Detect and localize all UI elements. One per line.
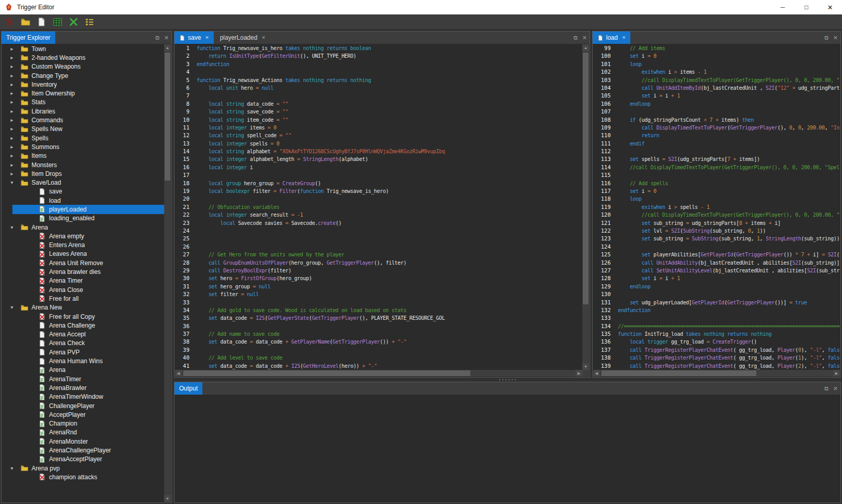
code-line[interactable]: local boolexpr filter = Filter(function … [197, 187, 582, 195]
code-line[interactable]: call TriggerRegisterPlayerChatEvent( gg_… [618, 346, 840, 354]
code-line[interactable] [197, 171, 582, 179]
tree-item-monsters[interactable]: ▸Monsters [2, 160, 164, 169]
chevron-collapsed-icon[interactable]: ▸ [3, 109, 21, 114]
code-line[interactable] [618, 108, 840, 116]
tree-item-arena-challenge[interactable]: Arena Challenge [2, 321, 164, 330]
tree-item-champion-attacks[interactable]: champion attacks [2, 473, 164, 481]
code-line[interactable]: set i = i + 1 [618, 274, 840, 282]
code-line[interactable]: //call DisplayTimedTextToPlayer(GetTrigg… [618, 76, 840, 84]
chevron-expanded-icon[interactable]: ▾ [3, 225, 21, 230]
trigger-list-icon[interactable] [83, 16, 96, 28]
code-line[interactable] [197, 68, 582, 76]
code-line[interactable]: endif [618, 140, 840, 148]
code-line[interactable] [197, 195, 582, 203]
close-panel-icon[interactable]: ✕ [833, 35, 838, 41]
code-line[interactable]: endloop [618, 100, 840, 108]
tree-item-acceptplayer[interactable]: AcceptPlayer [2, 410, 164, 419]
float-panel-icon[interactable]: ⧉ [155, 35, 160, 41]
trigger-explorer-title-tab[interactable]: Trigger Explorer [2, 31, 55, 44]
tree-item-arena-pvp[interactable]: ▾Arena pvp [2, 464, 164, 473]
tree-item-item-drops[interactable]: ▸Item Drops [2, 169, 164, 178]
tab-save[interactable]: save✕ [174, 31, 214, 44]
tree-item-free-for-all[interactable]: Free for all [2, 294, 164, 303]
tree-item-spells[interactable]: ▸Spells [2, 134, 164, 142]
chevron-collapsed-icon[interactable]: ▸ [3, 73, 21, 78]
code-line[interactable]: if (udg_stringPartsCount < 7 + items) th… [618, 116, 840, 124]
chevron-collapsed-icon[interactable]: ▸ [3, 55, 21, 60]
code-line[interactable]: return IsUnitType(GetFilterUnit(), UNIT_… [197, 52, 582, 60]
editor-horizontal-scrollbar[interactable]: ◀ ▶ [593, 370, 840, 377]
open-folder-icon[interactable] [19, 16, 31, 28]
scrollbar-thumb[interactable] [165, 53, 170, 181]
code-line[interactable] [197, 227, 582, 235]
code-editor-save[interactable]: 1234567891011121314151617181920212223242… [175, 44, 582, 370]
float-panel-icon[interactable]: ⧉ [824, 35, 829, 41]
chevron-collapsed-icon[interactable]: ▸ [3, 126, 21, 132]
close-panel-icon[interactable]: ✕ [833, 386, 838, 392]
code-line[interactable] [618, 290, 840, 298]
tree-item-loading-enabled[interactable]: loading_enabled [2, 214, 164, 223]
code-editor-load[interactable]: 9910010110210310410510610710810911011111… [593, 44, 840, 370]
code-line[interactable]: local unit hero = null [197, 84, 582, 92]
tesh-logo-icon[interactable]: S [3, 16, 15, 28]
code-line[interactable]: function InitTrig_load takes nothing ret… [618, 330, 840, 338]
code-line[interactable]: local integer alphabet_length = StringLe… [197, 155, 582, 163]
code-line[interactable] [197, 243, 582, 251]
code-line[interactable] [618, 171, 840, 179]
close-panel-icon[interactable]: ✕ [164, 35, 169, 41]
scroll-left-icon[interactable]: ◀ [175, 370, 182, 377]
code-line[interactable]: set udg_playerLoaded[GetPlayerId(GetTrig… [618, 299, 840, 306]
code-line[interactable]: endfunction [197, 60, 582, 68]
tree-item-champion[interactable]: Champion [2, 419, 164, 428]
close-icon[interactable]: ✕ [818, 0, 842, 14]
tree-item-stats[interactable]: ▸Stats [2, 98, 164, 107]
tree-item-arenatimer[interactable]: ArenaTimer [2, 375, 164, 383]
tree-item-save-load[interactable]: ▾Save/Load [2, 178, 164, 187]
code-line[interactable]: set hero_group = null [197, 283, 582, 290]
code-line[interactable] [197, 235, 582, 242]
tree-scrollbar[interactable]: ▲ ▼ [164, 44, 171, 502]
tree-item-arena-accept[interactable]: Arena Accept [2, 330, 164, 339]
code-line[interactable]: local trigger gg_trg_load = CreateTrigge… [618, 338, 840, 346]
chevron-expanded-icon[interactable]: ▾ [3, 466, 21, 471]
code-line[interactable]: set filter = null [197, 290, 582, 298]
tree-item-free-for-all-copy[interactable]: Free for all Copy [2, 312, 164, 321]
code-line[interactable]: call UnitAddItemById(bj_lastCreatedUnit … [618, 84, 840, 92]
code-line[interactable]: exitwhen i > spells - 1 [618, 203, 840, 211]
code-content[interactable]: function Trig_newsave_is_hero takes noth… [194, 44, 582, 370]
scrollbar-thumb[interactable] [601, 370, 756, 376]
code-content[interactable]: // Add items set i = 0 loop exitwhen i >… [615, 44, 840, 370]
code-line[interactable]: local integer search_result = -1 [197, 211, 582, 219]
scroll-down-icon[interactable]: ▼ [582, 363, 589, 370]
code-line[interactable]: set lvl = S2I(SubString(sub_string, 0, 1… [618, 227, 840, 235]
chevron-collapsed-icon[interactable]: ▸ [3, 153, 21, 158]
code-line[interactable]: function Trig_newsave_is_hero takes noth… [197, 44, 582, 52]
code-line[interactable]: endfunction [618, 306, 840, 314]
scroll-left-icon[interactable]: ◀ [593, 370, 600, 377]
code-line[interactable] [197, 299, 582, 306]
code-line[interactable]: local string item_code = "" [197, 116, 582, 124]
code-line[interactable]: local integer i [197, 164, 582, 171]
chevron-collapsed-icon[interactable]: ▸ [3, 162, 21, 168]
tree-item-inventory[interactable]: ▸Inventory [2, 80, 164, 89]
tree-item-2-handed-weapons[interactable]: ▸2-handed Weapons [2, 53, 164, 62]
tree-item-arena-check[interactable]: Arena Check [2, 339, 164, 348]
chevron-collapsed-icon[interactable]: ▸ [3, 171, 21, 176]
tree-item-arena[interactable]: Arena [2, 366, 164, 375]
scrollbar-thumb[interactable] [583, 53, 589, 304]
code-line[interactable]: call DisplayTimedTextToPlayer(GetTrigger… [618, 124, 840, 132]
tree-item-arena-unit-remove[interactable]: Arena Unit Remove [2, 258, 164, 267]
scroll-right-icon[interactable]: ▶ [833, 370, 840, 377]
chevron-collapsed-icon[interactable]: ▸ [3, 64, 21, 69]
tree-item-arenachallengeplayer[interactable]: ArenaChallengePlayer [2, 446, 164, 454]
editor-vertical-scrollbar[interactable]: ▲ ▼ [582, 44, 589, 370]
code-line[interactable]: set playerAbilities[GetPlayerId(GetTrigg… [618, 251, 840, 258]
tab-playerloaded[interactable]: playerLoaded✕ [215, 31, 270, 44]
code-line[interactable]: set sub_string = SubString(sub_string, 1… [618, 235, 840, 242]
tree-item-items[interactable]: ▸Items [2, 152, 164, 160]
code-line[interactable]: local string data_code = "" [197, 100, 582, 108]
code-line[interactable]: // Get Hero from the units owned by the … [197, 251, 582, 258]
tree-item-arena-new[interactable]: ▾Arena New [2, 303, 164, 312]
scrollbar-thumb[interactable] [183, 370, 470, 376]
tree-item-arena-empty[interactable]: Arena empty [2, 232, 164, 240]
